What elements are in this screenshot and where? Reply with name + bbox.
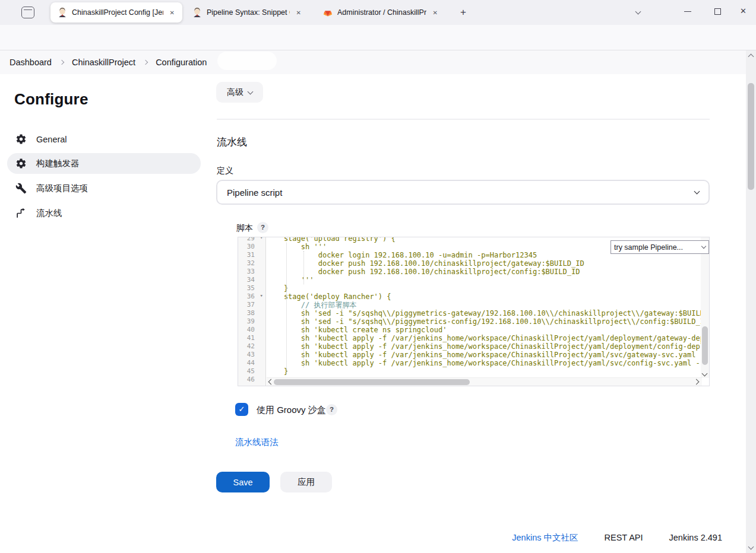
scroll-right-icon[interactable] — [694, 379, 700, 385]
scrollbar-thumb[interactable] — [274, 379, 470, 385]
sidebar-item-general[interactable]: General — [7, 129, 201, 150]
jenkins-favicon — [192, 8, 202, 17]
groovy-sandbox-checkbox[interactable]: ✓ — [235, 403, 248, 416]
scrollbar-thumb[interactable] — [702, 326, 708, 365]
close-icon[interactable]: ✕ — [167, 8, 178, 18]
editor-vertical-scrollbar[interactable] — [701, 237, 709, 378]
indent-guide — [303, 309, 304, 367]
new-tab-button[interactable]: + — [456, 6, 470, 20]
pipeline-script-editor[interactable]: 29▾30313233343536▾37383940414243444546 s… — [238, 237, 710, 386]
indent-guide — [286, 243, 287, 370]
sidebar-item-label: General — [36, 135, 67, 144]
scroll-down-icon[interactable] — [748, 544, 754, 550]
rest-api-link[interactable]: REST API — [605, 533, 643, 542]
code-line: sh 'sed -i "s/sqshq\\/piggymetrics-confi… — [267, 317, 702, 326]
wrench-icon — [15, 183, 27, 194]
sidebar-item-label: 高级项目选项 — [36, 183, 88, 194]
tab-title: Administrator / ChinaskillPro — [337, 8, 426, 17]
pipeline-icon — [15, 208, 27, 219]
editor-horizontal-scrollbar[interactable] — [267, 377, 702, 386]
breadcrumb-dashboard[interactable]: Dashboard — [10, 58, 52, 67]
editor-gutter: 29▾30313233343536▾37383940414243444546 — [238, 237, 266, 386]
line-number: 39 — [238, 317, 265, 326]
groovy-sandbox-label: 使用 Groovy 沙盒 — [257, 405, 326, 416]
list-all-tabs-icon[interactable] — [635, 9, 641, 15]
breadcrumb: Dashboard ChinaskillProject Configuratio… — [0, 50, 746, 74]
scrollbar-thumb[interactable] — [748, 83, 754, 190]
fold-arrow-icon[interactable]: ▾ — [260, 237, 263, 240]
tab-gitlab-admin[interactable]: Administrator / ChinaskillPro ✕ — [316, 2, 445, 23]
line-number: 32 — [238, 259, 265, 268]
line-number: 33 — [238, 268, 265, 276]
tab-bar: ChinaskillProject Config [Jenki ✕ Pipeli… — [0, 0, 756, 25]
line-number: 43 — [238, 351, 265, 359]
code-line: ''' — [267, 276, 702, 284]
line-number: 29▾ — [238, 237, 265, 243]
sidebar-item-label: 流水线 — [36, 208, 62, 219]
editor-code-area[interactable]: stage('upload registry') { sh ''' docker… — [267, 237, 702, 378]
scroll-down-icon[interactable] — [702, 371, 708, 377]
chevron-down-icon — [701, 244, 706, 249]
tab-title: ChinaskillProject Config [Jenki — [72, 8, 163, 17]
line-number: 31 — [238, 251, 265, 259]
jenkins-community-link[interactable]: Jenkins 中文社区 — [512, 532, 578, 544]
page-footer: Jenkins 中文社区 REST API Jenkins 2.491 — [0, 529, 746, 546]
sidebar-item-label: 构建触发器 — [36, 158, 80, 169]
sample-pipeline-select[interactable]: try sample Pipeline... — [611, 240, 709, 254]
breadcrumb-project[interactable]: ChinaskillProject — [72, 58, 135, 67]
page-scrollbar[interactable] — [746, 50, 756, 553]
minimize-button[interactable] — [684, 11, 691, 12]
code-line: docker push 192.168.100.10/chinaskillpro… — [267, 268, 702, 276]
line-number: 41 — [238, 334, 265, 342]
code-line: docker push 192.168.100.10/chinaskillpro… — [267, 259, 702, 268]
code-line: sh 'kubectl apply -f /var/jenkins_home/w… — [267, 334, 702, 342]
script-help-button[interactable]: ? — [257, 222, 268, 233]
pipeline-syntax-link[interactable]: 流水线语法 — [235, 437, 279, 448]
line-number: 35 — [238, 284, 265, 293]
code-line: sh 'kubectl apply -f /var/jenkins_home/w… — [267, 359, 702, 367]
code-line: sh 'kubectl create ns springcloud' — [267, 326, 702, 334]
chevron-down-icon — [248, 88, 254, 94]
line-number: 46 — [238, 376, 265, 384]
line-number: 30 — [238, 243, 265, 251]
code-line: } — [267, 367, 702, 376]
gear-icon — [15, 158, 27, 169]
fold-arrow-icon[interactable]: ▾ — [260, 293, 263, 298]
sandbox-help-button[interactable]: ? — [326, 404, 337, 415]
line-number: 44 — [238, 359, 265, 367]
maximize-button[interactable] — [714, 8, 721, 15]
sidebar-item-build-triggers[interactable]: 构建触发器 — [7, 153, 201, 174]
page-title: Configure — [14, 90, 88, 109]
jenkins-favicon — [58, 8, 67, 17]
line-number: 37 — [238, 301, 265, 309]
tab-title: Pipeline Syntax: Snippet Gene — [207, 8, 290, 17]
jenkins-version: Jenkins 2.491 — [669, 533, 722, 542]
chevron-right-icon — [143, 60, 148, 65]
sample-pipeline-select-value: try sample Pipeline... — [614, 243, 702, 252]
save-button[interactable]: Save — [216, 472, 270, 492]
chevron-down-icon — [694, 188, 700, 194]
window-close-button[interactable]: ✕ — [740, 7, 746, 15]
indent-guide — [303, 251, 304, 284]
close-icon[interactable]: ✕ — [293, 8, 304, 18]
breadcrumb-configuration[interactable]: Configuration — [156, 58, 207, 67]
line-number: 36▾ — [238, 293, 265, 301]
firefox-view-icon[interactable] — [21, 7, 34, 18]
scroll-left-icon[interactable] — [268, 379, 274, 385]
definition-select-value: Pipeline script — [227, 187, 695, 198]
line-number: 45 — [238, 367, 265, 376]
sidebar-item-advanced-options[interactable]: 高级项目选项 — [7, 178, 201, 199]
apply-button[interactable]: 应用 — [280, 472, 332, 492]
tab-jenkins-config[interactable]: ChinaskillProject Config [Jenki ✕ — [50, 2, 182, 23]
overlay-highlight — [217, 52, 277, 70]
scroll-up-icon[interactable] — [748, 54, 754, 60]
line-number: 38 — [238, 309, 265, 317]
browser-toolbar: ← → 192.168.100.10:8080/job/ChinaskillPr… — [0, 25, 756, 50]
advanced-button[interactable]: 高级 — [216, 82, 263, 103]
code-line: } — [267, 284, 702, 293]
definition-select[interactable]: Pipeline script — [216, 180, 710, 205]
close-icon[interactable]: ✕ — [430, 8, 441, 18]
definition-label: 定义 — [217, 166, 233, 176]
tab-pipeline-syntax[interactable]: Pipeline Syntax: Snippet Gene ✕ — [185, 2, 309, 23]
sidebar-item-pipeline[interactable]: 流水线 — [7, 203, 201, 224]
